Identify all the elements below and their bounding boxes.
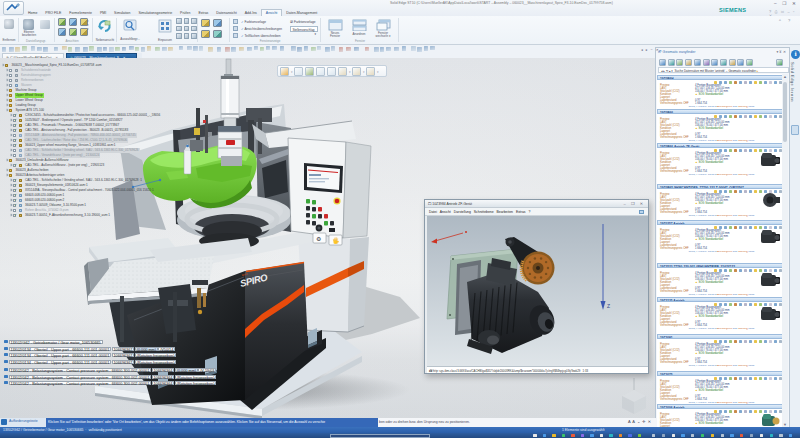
svg-text:🖐: 🖐 bbox=[332, 237, 340, 245]
svg-text:⚙: ⚙ bbox=[316, 236, 321, 242]
svg-text:Z: Z bbox=[607, 303, 610, 309]
